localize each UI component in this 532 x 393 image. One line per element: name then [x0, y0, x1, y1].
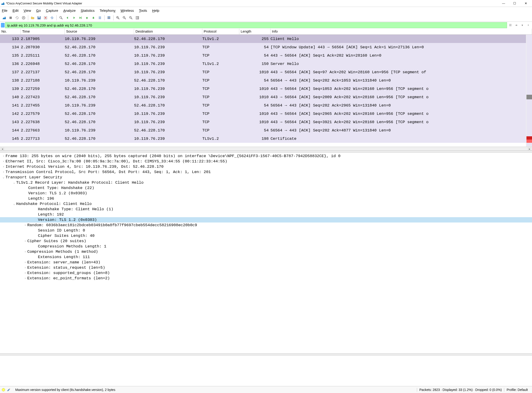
minimize-button[interactable]: — [498, 0, 509, 7]
expand-icon[interactable]: › [23, 261, 27, 264]
reload-file-button[interactable] [49, 15, 55, 20]
zoom-in-button[interactable] [115, 15, 121, 20]
packet-row[interactable]: 1332.18790510.119.76.23952.46.228.170TLS… [0, 35, 532, 43]
detail-row[interactable]: ›Internet Protocol Version 4, Src: 10.11… [0, 164, 532, 169]
detail-row[interactable]: Handshake Type: Client Hello (1) [0, 206, 532, 212]
packet-row[interactable]: 1352.22511152.46.228.17010.119.76.239TCP… [0, 51, 532, 60]
expand-icon[interactable]: › [23, 266, 27, 269]
menu-help[interactable]: Help [152, 9, 159, 12]
packet-row[interactable]: 1402.22742352.46.228.17010.119.76.239TCP… [0, 93, 532, 101]
column-header-time[interactable]: Time [21, 29, 65, 34]
open-file-button[interactable] [30, 15, 35, 20]
find-packet-button[interactable] [58, 15, 64, 20]
collapse-icon[interactable]: ⌄ [12, 202, 16, 206]
column-header-no[interactable]: No. [0, 29, 21, 34]
go-last-button[interactable] [91, 15, 96, 20]
column-header-protocol[interactable]: Protocol [202, 29, 239, 34]
scroll-left-icon[interactable]: ◂ [0, 147, 4, 151]
menu-wireless[interactable]: Wireless [121, 9, 134, 12]
column-header-source[interactable]: Source [65, 29, 134, 34]
menu-file[interactable]: File [2, 9, 7, 12]
packet-row[interactable]: 1422.22757952.46.228.17010.119.76.239TCP… [0, 109, 532, 118]
save-file-button[interactable] [36, 15, 42, 20]
detail-row[interactable]: Content Type: Handshake (22) [0, 185, 532, 191]
expand-icon[interactable]: › [1, 160, 5, 163]
detail-row[interactable]: ›Random: 6036b3aec181c2bdceb03491b0a8fb7… [0, 222, 532, 228]
colorize-button[interactable] [106, 15, 112, 20]
detail-row[interactable]: ›Extension: supported_groups (len=8) [0, 270, 532, 276]
expand-icon[interactable]: › [23, 224, 27, 227]
detail-row[interactable]: ›Extension: status_request (len=5) [0, 265, 532, 270]
display-filter-input[interactable] [5, 22, 507, 28]
packet-row[interactable]: 1412.22745510.119.76.23952.46.228.170TCP… [0, 101, 532, 109]
detail-row[interactable]: ›Transmission Control Protocol, Src Port… [0, 169, 532, 175]
go-back-button[interactable] [65, 15, 70, 20]
close-button[interactable]: ✕ [520, 0, 531, 7]
detail-row[interactable]: Version: TLS 1.2 (0x0303) [0, 191, 532, 196]
menu-analyze[interactable]: Analyze [63, 9, 76, 12]
expand-icon[interactable]: › [23, 240, 27, 243]
expand-icon[interactable]: › [23, 250, 27, 253]
expand-icon[interactable]: › [1, 165, 5, 168]
menu-tools[interactable]: Tools [139, 9, 147, 12]
expand-icon[interactable]: › [23, 277, 27, 280]
pane-divider-bottom[interactable] [0, 354, 532, 355]
detail-row[interactable]: Version: TLS 1.2 (0x0303) [0, 217, 532, 222]
go-to-packet-button[interactable] [78, 15, 83, 20]
stop-capture-button[interactable] [8, 15, 13, 20]
status-profile[interactable]: Profile: Default [504, 388, 530, 392]
detail-row[interactable]: Extensions Length: 111 [0, 254, 532, 260]
packet-row[interactable]: 1362.22694852.46.228.17010.119.76.239TLS… [0, 60, 532, 68]
detail-row[interactable]: ›Extension: ec_point_formats (len=2) [0, 276, 532, 281]
detail-row[interactable]: Session ID Length: 0 [0, 228, 532, 233]
menu-telephony[interactable]: Telephony [100, 9, 115, 12]
filter-bookmark-button[interactable] [1, 23, 5, 28]
filter-apply-button[interactable]: ➔ [513, 22, 519, 28]
detail-row[interactable]: ⌄TLSv1.2 Record Layer: Handshake Protoco… [0, 180, 532, 185]
collapse-icon[interactable]: ⌄ [12, 181, 16, 184]
capture-options-button[interactable] [21, 15, 26, 20]
column-header-info[interactable]: Info [270, 29, 532, 34]
expand-icon[interactable]: › [1, 155, 5, 158]
go-first-button[interactable] [84, 15, 90, 20]
packet-row[interactable]: 1432.22763852.46.228.17010.119.76.239TCP… [0, 118, 532, 126]
packet-row[interactable]: 1372.22713752.46.228.17010.119.76.239TCP… [0, 68, 532, 76]
menu-capture[interactable]: Capture [46, 9, 58, 12]
expand-icon[interactable]: › [23, 271, 27, 275]
packet-list-hscroll[interactable]: ◂ ▸ [0, 147, 532, 151]
packet-row[interactable]: 1392.22725952.46.228.17010.119.76.239TCP… [0, 84, 532, 93]
expand-icon[interactable]: › [1, 171, 5, 174]
packet-list[interactable]: 1332.18790510.119.76.23952.46.228.170TLS… [0, 35, 532, 147]
maximize-button[interactable]: ☐ [509, 0, 520, 7]
detail-row[interactable]: ›Ethernet II, Src: Cisco_3c:7a:00 (00:05… [0, 159, 532, 164]
auto-scroll-button[interactable] [97, 15, 103, 20]
detail-row[interactable]: ⌄Transport Layer Security [0, 175, 532, 180]
detail-row[interactable]: Length: 196 [0, 196, 532, 201]
detail-row[interactable]: Compression Methods Length: 1 [0, 244, 532, 249]
go-forward-button[interactable] [71, 15, 77, 20]
scroll-right-icon[interactable]: ▸ [528, 147, 532, 151]
start-capture-button[interactable] [1, 15, 7, 20]
restart-capture-button[interactable] [14, 15, 20, 20]
filter-add-button[interactable]: + [526, 22, 531, 28]
collapse-icon[interactable]: ⌄ [1, 176, 5, 179]
menu-edit[interactable]: Edit [12, 9, 19, 12]
column-header-length[interactable]: Length [239, 29, 270, 34]
menu-view[interactable]: View [24, 9, 31, 12]
zoom-reset-button[interactable]: 1 [128, 15, 134, 20]
column-header-destination[interactable]: Destination [134, 29, 202, 34]
detail-row[interactable]: ⌄Handshake Protocol: Client Hello [0, 201, 532, 206]
detail-row[interactable]: ›Compression Methods (1 method) [0, 249, 532, 254]
detail-row[interactable]: ›Cipher Suites (20 suites) [0, 238, 532, 244]
packet-row[interactable]: 1382.22718810.119.76.23952.46.228.170TCP… [0, 76, 532, 84]
detail-row[interactable]: Length: 192 [0, 212, 532, 217]
menu-statistics[interactable]: Statistics [81, 9, 94, 12]
detail-row[interactable]: ›Extension: server_name (len=43) [0, 260, 532, 265]
packet-details-pane[interactable]: ›Frame 133: 255 bytes on wire (2040 bits… [0, 152, 532, 354]
close-file-button[interactable] [43, 15, 48, 20]
pane-divider-top[interactable] [0, 151, 532, 152]
filter-clear-button[interactable]: ☒ [507, 22, 513, 28]
packet-row[interactable]: 1442.22766310.119.76.23952.46.228.170TCP… [0, 126, 532, 134]
expert-info-icon[interactable] [2, 388, 5, 391]
packet-minimap[interactable] [526, 35, 532, 147]
